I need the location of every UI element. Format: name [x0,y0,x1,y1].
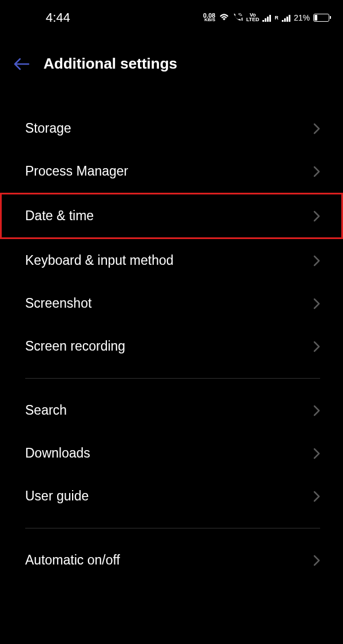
signal-bars-1 [262,14,271,22]
chevron-right-icon [313,341,320,352]
setting-label: Screenshot [25,296,91,311]
status-bar: 4:44 0.08 KB/S B Vo LTED R 21% [0,0,343,33]
volte-icon: Vo LTED [246,13,260,22]
divider [25,528,320,528]
setting-label: Keyboard & input method [25,253,174,268]
wifi-calling-icon: B [233,13,243,23]
header: Additional settings [0,33,343,84]
chevron-right-icon [313,210,320,222]
chevron-right-icon [313,405,320,416]
setting-item-date-time[interactable]: Date & time [0,193,343,239]
setting-item-keyboard[interactable]: Keyboard & input method [0,239,343,282]
chevron-right-icon [313,448,320,459]
settings-list: Storage Process Manager Date & time Keyb… [0,84,343,582]
wifi-icon [219,13,229,23]
setting-item-process-manager[interactable]: Process Manager [0,150,343,193]
setting-item-automatic-on-off[interactable]: Automatic on/off [0,539,343,582]
setting-label: Search [25,403,67,418]
setting-label: Process Manager [25,164,128,179]
status-time: 4:44 [14,10,70,25]
setting-label: Date & time [25,208,94,224]
chevron-right-icon [313,123,320,134]
setting-label: Storage [25,121,71,136]
setting-item-storage[interactable]: Storage [0,107,343,150]
battery-icon [313,14,329,22]
status-indicators: 0.08 KB/S B Vo LTED R 21% [203,13,329,23]
signal-bars-2 [282,14,290,22]
back-arrow-icon[interactable] [14,58,30,70]
divider [25,378,320,379]
setting-label: Automatic on/off [25,552,120,568]
page-title: Additional settings [43,55,177,73]
chevron-right-icon [313,255,320,267]
chevron-right-icon [313,491,320,502]
setting-item-screen-recording[interactable]: Screen recording [0,325,343,368]
setting-label: Screen recording [25,339,125,354]
setting-item-downloads[interactable]: Downloads [0,432,343,475]
chevron-right-icon [313,166,320,177]
setting-label: User guide [25,488,89,504]
data-speed-indicator: 0.08 KB/S [203,13,215,22]
roaming-indicator: R [274,15,278,21]
setting-item-search[interactable]: Search [0,389,343,432]
battery-percentage: 21% [294,13,310,22]
setting-item-screenshot[interactable]: Screenshot [0,282,343,325]
chevron-right-icon [313,555,320,566]
chevron-right-icon [313,298,320,309]
setting-item-user-guide[interactable]: User guide [0,475,343,518]
svg-text:B: B [241,17,243,21]
setting-label: Downloads [25,446,90,461]
